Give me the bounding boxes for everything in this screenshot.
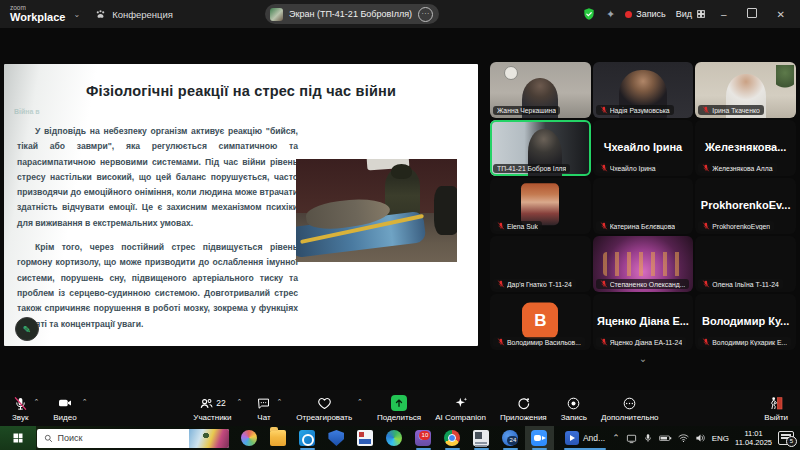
participant-big-name: Чхеайло Ірина <box>593 141 694 153</box>
window-button-label: And... <box>583 433 605 443</box>
slide-body: У відповідь на небезпеку організм активу… <box>17 124 298 341</box>
leave-button[interactable]: Выйти <box>762 393 790 424</box>
search-input[interactable]: Поиск <box>37 429 229 448</box>
speaker-icon[interactable] <box>695 433 706 443</box>
photo-detail <box>434 186 457 235</box>
react-chevron-icon[interactable]: ⌃ <box>357 398 363 406</box>
video-chevron-icon[interactable]: ⌃ <box>82 398 88 406</box>
chrome-app-icon[interactable] <box>438 426 467 450</box>
date: 11.04.2025 <box>735 438 772 447</box>
tray-chevron-up-icon[interactable]: ⌃ <box>612 433 620 443</box>
participant-tile[interactable]: Дар'я Гнатко Т-11-24 <box>490 236 591 292</box>
participant-name-label: Дар'я Гнатко Т-11-24 <box>493 279 576 289</box>
mic-muted-icon <box>600 338 608 346</box>
react-button[interactable]: Отреагировать <box>294 393 354 424</box>
participant-big-name: Железнякова... <box>695 141 796 153</box>
start-button[interactable] <box>0 426 36 450</box>
mic-muted-icon <box>497 338 505 346</box>
share-label: Поделиться <box>377 413 421 422</box>
viber-app-icon[interactable]: 10 <box>409 426 438 450</box>
defender-shield-app-icon[interactable] <box>322 426 351 450</box>
audio-chevron-icon[interactable]: ⌃ <box>33 398 39 406</box>
participant-tile[interactable]: Ірина Ткаченко <box>695 62 796 118</box>
screen-share-tab[interactable]: Экран (ТП-41-21 БобровІлля) ··· <box>265 4 439 24</box>
participant-name-label: Ірина Ткаченко <box>698 105 763 115</box>
notification-badge: 5 <box>786 436 797 447</box>
participant-tile[interactable]: Железнякова... Железнякова Алла <box>695 120 796 176</box>
slide-paragraph-2: Крім того, через постійний стрес підвищу… <box>17 240 298 332</box>
maximize-button[interactable] <box>742 8 762 20</box>
apps-button[interactable]: Приложения <box>498 393 549 424</box>
participant-tile[interactable]: Степаненко Олександ... <box>593 236 694 292</box>
android-window-button[interactable]: And... <box>558 426 612 450</box>
ai-sparkle-icon[interactable]: ✦ <box>606 8 615 21</box>
annotate-button[interactable]: ✎ <box>15 317 39 341</box>
participant-tile[interactable]: Катерина Бєлєвцова <box>593 178 694 234</box>
tray-mic-icon[interactable] <box>643 433 653 443</box>
participants-button[interactable]: 22 Участники <box>191 393 233 424</box>
wall-clock <box>504 66 518 80</box>
mic-muted-icon <box>702 106 710 114</box>
more-button[interactable]: Дополнительно <box>599 393 661 424</box>
notification-center-icon[interactable]: 5 <box>778 431 794 445</box>
zoom-app-icon[interactable] <box>525 426 554 450</box>
battery-icon[interactable] <box>659 433 672 443</box>
grid-view-icon <box>696 9 706 19</box>
tab-options-icon[interactable]: ··· <box>418 7 433 22</box>
conference-indicator[interactable]: Конференция <box>94 8 173 21</box>
participant-name-label: Железнякова Алла <box>698 163 776 173</box>
chat-button[interactable]: Чат <box>254 393 273 424</box>
participant-name-label: Яценко Діана ЕА-11-24 <box>596 337 687 347</box>
participants-icon <box>199 396 214 411</box>
close-button[interactable]: ✕ <box>772 9 790 20</box>
participants-chevron-icon[interactable]: ⌃ <box>237 398 243 406</box>
photo-helmet <box>391 164 412 178</box>
participant-tile[interactable]: Чхеайло Ірина Чхеайло Ірина <box>593 120 694 176</box>
taskbar-apps: 10 24 <box>235 426 554 450</box>
copilot-app-icon[interactable] <box>235 426 264 450</box>
security-shield-icon[interactable] <box>582 7 596 21</box>
participant-tile[interactable]: Жанна Черкашина <box>490 62 591 118</box>
participant-tile[interactable]: Elena Suk <box>490 178 591 234</box>
ai-companion-button[interactable]: AI Companion <box>433 393 488 424</box>
file-explorer-app-icon[interactable] <box>264 426 293 450</box>
record-button[interactable]: Запись <box>559 393 589 424</box>
share-button[interactable]: Поделиться <box>375 393 423 424</box>
language-indicator[interactable]: ENG <box>712 434 729 443</box>
audio-button[interactable]: Звук <box>10 393 30 424</box>
participants-grid: Жанна Черкашина Надія Разумовська Ірина … <box>490 62 796 350</box>
participant-name-label: Олена Ільїна Т-11-24 <box>698 279 782 289</box>
show-more-participants-chevron[interactable]: ⌄ <box>490 354 796 364</box>
edge-app-icon[interactable] <box>380 426 409 450</box>
t24-app-icon[interactable]: 24 <box>496 426 525 450</box>
titlebar-right-controls: ✦ Запись Вид – ✕ <box>582 7 800 21</box>
participant-tile[interactable]: ProkhorenkoEv... ProkhorenkoEvgen <box>695 178 796 234</box>
participant-tile[interactable]: В Володимир Васильов... <box>490 294 591 350</box>
plant-decor <box>776 65 794 91</box>
zoom-toolbar: Звук ⌃ Видео ⌃ 22 Участники ⌃ Чат <box>0 390 800 426</box>
participant-tile[interactable]: Олена Ільїна Т-11-24 <box>695 236 796 292</box>
chat-chevron-icon[interactable]: ⌃ <box>276 398 282 406</box>
outlook-app-icon[interactable] <box>293 426 322 450</box>
participant-big-name: ProkhorenkoEv... <box>695 199 796 211</box>
windows-taskbar: Поиск 10 24 And... ⌃ ENG <box>0 426 800 450</box>
titlebar: zoom Workplace ⌄ Конференция Экран (ТП-4… <box>0 0 800 28</box>
participant-name-label: Жанна Черкашина <box>493 106 560 115</box>
view-button[interactable]: Вид <box>676 9 706 19</box>
chevron-down-icon[interactable]: ⌄ <box>73 10 80 19</box>
video-button[interactable]: Видео <box>51 393 78 424</box>
minimize-button[interactable]: – <box>716 9 732 20</box>
chat-label: Чат <box>257 413 270 422</box>
participant-tile[interactable]: Яценко Діана Е... Яценко Діана ЕА-11-24 <box>593 294 694 350</box>
participants-label: Участники <box>193 413 231 422</box>
participant-tile-active-speaker[interactable]: ТП-41-21 Бобров Ілля <box>490 120 591 176</box>
participant-tile[interactable]: Володимир Ку... Володимир Кухарик Е... <box>695 294 796 350</box>
maximize-icon <box>747 8 757 18</box>
participant-tile[interactable]: Надія Разумовська <box>593 62 694 118</box>
document-app-icon[interactable] <box>467 426 496 450</box>
clock[interactable]: 11:01 11.04.2025 <box>735 429 772 448</box>
wifi-icon[interactable] <box>678 433 689 443</box>
pos-app-icon[interactable] <box>351 426 380 450</box>
cast-icon[interactable] <box>626 433 637 444</box>
participant-name-label: ТП-41-21 Бобров Ілля <box>493 164 570 173</box>
